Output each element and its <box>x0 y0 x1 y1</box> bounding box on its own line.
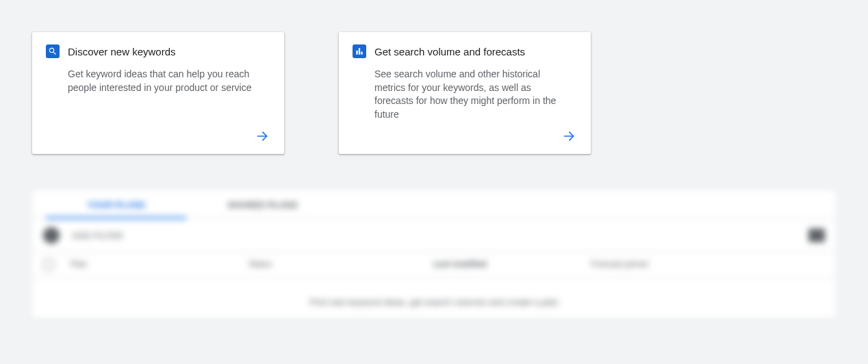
column-header-forecast-period[interactable]: Forecast period <box>591 259 714 270</box>
discover-card-title: Discover new keywords <box>68 46 176 57</box>
add-filter-button[interactable]: ADD FILTER <box>72 231 123 241</box>
column-header-plan[interactable]: Plan <box>71 259 248 270</box>
filter-icon[interactable] <box>43 227 60 244</box>
bar-chart-icon <box>353 44 366 58</box>
empty-state-message: Find new keyword ideas, get search volum… <box>32 286 836 318</box>
tab-your-plans[interactable]: YOUR PLANS <box>46 190 186 218</box>
svg-rect-1 <box>356 51 357 55</box>
discover-card-description: Get keyword ideas that can help you reac… <box>46 68 270 94</box>
search-icon <box>46 44 60 58</box>
forecasts-card[interactable]: Get search volume and forecasts See sear… <box>339 32 591 154</box>
svg-rect-2 <box>359 48 360 54</box>
arrow-right-icon[interactable] <box>561 128 577 144</box>
svg-rect-3 <box>361 52 362 55</box>
column-header-status[interactable]: Status <box>248 259 433 270</box>
discover-keywords-card[interactable]: Discover new keywords Get keyword ideas … <box>32 32 284 154</box>
forecasts-card-title: Get search volume and forecasts <box>374 46 525 57</box>
select-all-checkbox[interactable] <box>43 259 54 270</box>
plans-table-section: YOUR PLANS SHARED PLANS ADD FILTER Plan … <box>32 190 836 318</box>
tab-shared-plans[interactable]: SHARED PLANS <box>186 190 339 218</box>
forecasts-card-description: See search volume and other historical m… <box>353 68 577 121</box>
column-header-last-modified[interactable]: Last modified <box>433 259 591 270</box>
arrow-right-icon[interactable] <box>254 128 270 144</box>
columns-icon[interactable] <box>808 229 825 242</box>
